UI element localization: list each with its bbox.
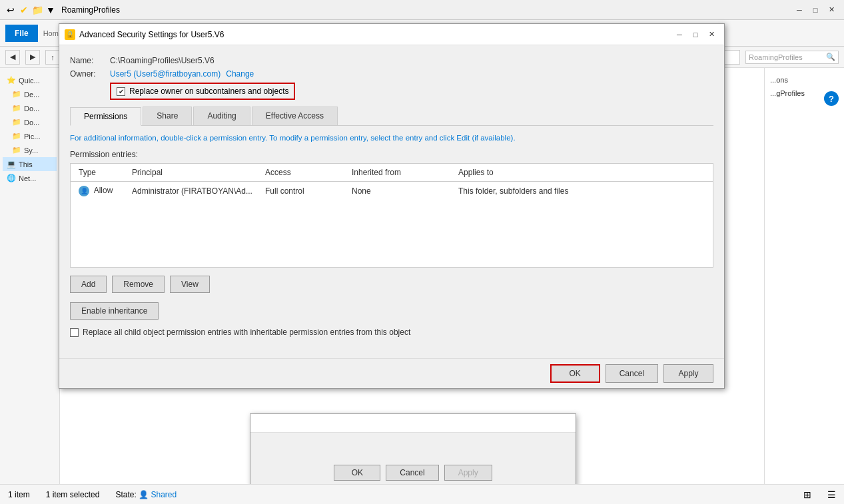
folder-icon: 📁: [32, 5, 43, 15]
replace-owner-box: ✔ Replace owner on subcontainers and obj…: [110, 83, 295, 100]
right-panel-label: ...ons: [767, 73, 841, 87]
change-owner-link[interactable]: Change: [226, 69, 254, 79]
row-applies-to: This folder, subfolders and files: [456, 185, 707, 197]
search-text: RoamingProfiles: [749, 53, 803, 61]
inheritance-row: Enable inheritance: [70, 302, 713, 328]
adv-dialog-body: Name: C:\RoamingProfiles\User5.V6 Owner:…: [59, 45, 724, 358]
bg-dialog-footer: OK Cancel Apply: [250, 459, 576, 486]
header-applies-to: Applies to: [456, 166, 707, 178]
sidebar-label-desktop: De...: [24, 91, 39, 99]
dropdown-icon[interactable]: ▼: [45, 5, 56, 15]
tab-auditing[interactable]: Auditing: [193, 107, 250, 125]
replace-owner-checkbox[interactable]: ✔: [117, 87, 125, 96]
explorer-maximize-btn[interactable]: □: [808, 3, 823, 17]
ok-button[interactable]: OK: [550, 364, 600, 383]
sidebar-item-pics[interactable]: 📁 Pic...: [3, 129, 57, 143]
sidebar-item-network[interactable]: 🌐 Net...: [3, 171, 57, 185]
folder-icon-desktop: 📁: [12, 90, 21, 99]
status-items: 1 item: [8, 490, 30, 499]
view-button[interactable]: View: [170, 276, 210, 293]
network-icon: 🌐: [7, 174, 16, 182]
back-button[interactable]: ◀: [5, 50, 20, 65]
status-selected: 1 item selected: [46, 490, 100, 499]
owner-row: Owner: User5 (User5@firatboyan.com) Chan…: [70, 69, 713, 79]
explorer-close-btn[interactable]: ✕: [824, 3, 839, 17]
status-shared: Shared: [151, 490, 177, 499]
folder-icon-pics: 📁: [12, 132, 21, 140]
tabs: Permissions Share Auditing Effective Acc…: [70, 107, 713, 126]
folder-icon-sys: 📁: [12, 146, 21, 154]
check-icon[interactable]: ✔: [19, 5, 29, 15]
table-row[interactable]: 👤 Allow Administrator (FIRATBOYAN\Ad... …: [71, 182, 713, 200]
enable-inheritance-button[interactable]: Enable inheritance: [70, 302, 159, 320]
star-icon: ⭐: [7, 76, 16, 85]
sidebar-label-docs2: Do...: [24, 119, 39, 126]
bg-apply-button[interactable]: Apply: [444, 465, 492, 481]
bg-dialog-content: [250, 433, 576, 459]
file-tab[interactable]: File: [5, 25, 38, 42]
sidebar-item-docs2[interactable]: 📁 Do...: [3, 115, 57, 129]
top-right-nav: ?: [824, 91, 839, 106]
search-icon: 🔍: [826, 53, 835, 61]
bg-ok-button[interactable]: OK: [334, 465, 380, 481]
folder-icon-docs2: 📁: [12, 118, 21, 126]
search-box[interactable]: RoamingProfiles 🔍: [745, 51, 839, 64]
adv-dialog-titlebar: 🔒 Advanced Security Settings for User5.V…: [59, 24, 724, 45]
info-text: For additional information, double-click…: [70, 132, 713, 143]
sidebar-item-docs[interactable]: 📁 Do...: [3, 101, 57, 115]
up-button[interactable]: ↑: [45, 50, 60, 65]
sidebar-item-quickaccess[interactable]: ⭐ Quic...: [3, 73, 57, 87]
sidebar-label-thispc: This: [19, 160, 33, 168]
sidebar: ⭐ Quic... 📁 De... 📁 Do... 📁 Do... 📁 Pic.…: [0, 68, 60, 504]
dialog-minimize-btn[interactable]: ─: [672, 27, 687, 42]
sidebar-label-quickaccess: Quic...: [19, 77, 40, 85]
replace-child-label: Replace all child object permission entr…: [83, 328, 410, 337]
state-icon: 👤: [139, 490, 149, 499]
help-button[interactable]: ?: [824, 91, 839, 106]
explorer-title: RoamingProfiles: [61, 5, 120, 15]
sidebar-item-sys[interactable]: 📁 Sy...: [3, 143, 57, 157]
row-inherited-from: None: [349, 185, 456, 197]
folder-icon-docs: 📁: [12, 104, 21, 113]
row-principal: Administrator (FIRATBOYAN\Ad...: [129, 185, 262, 197]
owner-label: Owner:: [70, 69, 110, 79]
header-inherited-from: Inherited from: [349, 166, 456, 178]
explorer-minimize-btn[interactable]: ─: [792, 3, 807, 17]
header-access: Access: [262, 166, 349, 178]
row-access: Full control: [262, 185, 349, 197]
remove-button[interactable]: Remove: [112, 276, 165, 293]
sidebar-item-thispc[interactable]: 💻 This: [3, 157, 57, 171]
sidebar-label-docs: Do...: [24, 105, 39, 113]
undo-icon[interactable]: ↩: [5, 5, 16, 15]
background-dialog: OK Cancel Apply: [250, 413, 576, 487]
dialog-close-btn[interactable]: ✕: [704, 27, 719, 42]
tab-permissions[interactable]: Permissions: [70, 107, 141, 126]
right-panel: ...ons ...gProfiles: [764, 68, 844, 504]
apply-button[interactable]: Apply: [663, 364, 713, 383]
dialog-title-icon: 🔒: [65, 29, 75, 40]
sidebar-label-pics: Pic...: [24, 132, 40, 140]
dialog-maximize-btn[interactable]: □: [688, 27, 703, 42]
tab-share[interactable]: Share: [143, 107, 192, 125]
sidebar-label-network: Net...: [19, 174, 36, 182]
sidebar-item-desktop[interactable]: 📁 De...: [3, 87, 57, 101]
name-value: C:\RoamingProfiles\User5.V6: [110, 56, 214, 65]
replace-child-checkbox[interactable]: [70, 328, 79, 337]
header-principal: Principal: [129, 166, 262, 178]
replace-child-row: Replace all child object permission entr…: [70, 328, 713, 337]
view-list-icon[interactable]: ☰: [827, 489, 836, 500]
cancel-button[interactable]: Cancel: [606, 364, 658, 383]
perm-table-header: Type Principal Access Inherited from App…: [71, 164, 713, 182]
action-buttons: Add Remove View: [70, 276, 713, 293]
name-label: Name:: [70, 56, 110, 65]
user-icon: 👤: [79, 186, 89, 196]
name-row: Name: C:\RoamingProfiles\User5.V6: [70, 56, 713, 65]
explorer-titlebar: ↩ ✔ 📁 ▼ RoamingProfiles ─ □ ✕: [0, 0, 844, 20]
view-details-icon[interactable]: ⊞: [803, 489, 811, 500]
bg-cancel-button[interactable]: Cancel: [386, 465, 438, 481]
status-bar: 1 item 1 item selected State: 👤 Shared ⊞…: [0, 484, 844, 504]
tab-effective-access[interactable]: Effective Access: [252, 107, 338, 125]
forward-button[interactable]: ▶: [25, 50, 40, 65]
add-button[interactable]: Add: [70, 276, 107, 293]
permission-table: Type Principal Access Inherited from App…: [70, 163, 713, 268]
